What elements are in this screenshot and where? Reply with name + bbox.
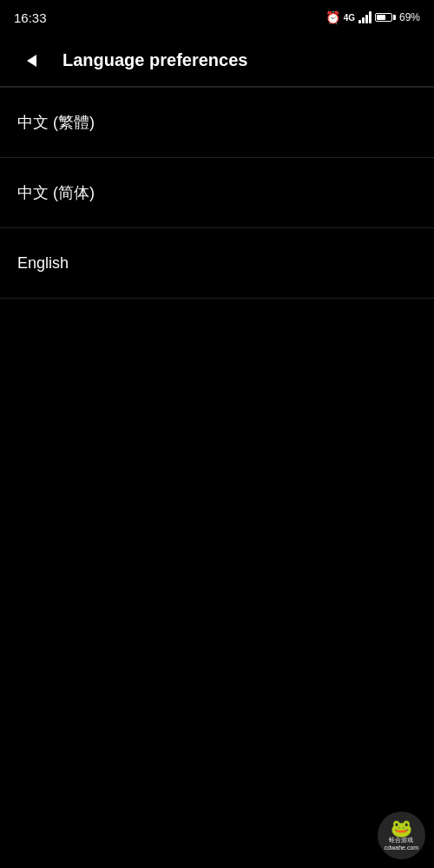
language-label-zh-traditional: 中文 (繁體) xyxy=(17,112,95,133)
back-arrow-icon xyxy=(27,55,36,67)
page-title: Language preferences xyxy=(62,50,247,70)
language-list: 中文 (繁體) 中文 (简体) English xyxy=(0,88,434,299)
language-item-english[interactable]: English xyxy=(0,228,434,298)
back-button[interactable] xyxy=(14,43,49,78)
status-icons: ⏰ 4G 69% xyxy=(326,10,420,24)
watermark: 🐸 蛙合游戏cdwahe.com xyxy=(378,812,425,859)
battery-indicator xyxy=(375,13,396,22)
watermark-text: 蛙合游戏cdwahe.com xyxy=(385,837,418,852)
network-indicator: 4G xyxy=(344,13,355,23)
language-label-english: English xyxy=(17,254,69,273)
signal-icon xyxy=(358,11,372,23)
divider-3 xyxy=(0,298,434,299)
status-bar: 16:33 ⏰ 4G 69% xyxy=(0,0,434,35)
app-bar: Language preferences xyxy=(0,35,434,87)
language-item-zh-simplified[interactable]: 中文 (简体) xyxy=(0,158,434,227)
language-item-zh-traditional[interactable]: 中文 (繁體) xyxy=(0,88,434,157)
alarm-icon: ⏰ xyxy=(326,10,340,24)
status-time: 16:33 xyxy=(14,10,47,25)
watermark-icon: 🐸 xyxy=(391,819,412,837)
battery-percentage: 69% xyxy=(399,11,420,23)
language-label-zh-simplified: 中文 (简体) xyxy=(17,182,95,203)
